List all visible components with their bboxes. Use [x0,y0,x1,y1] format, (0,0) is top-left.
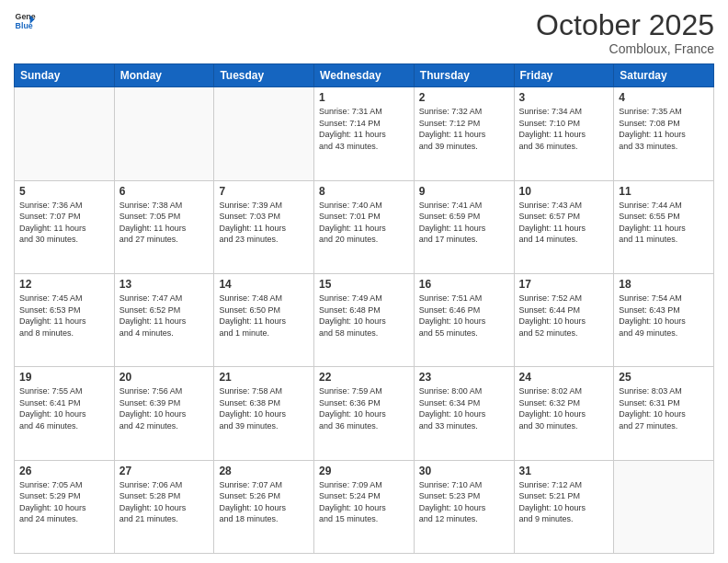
day-number: 29 [319,465,409,477]
col-thursday: Thursday [414,64,514,87]
day-number: 19 [19,371,109,384]
day-info: Sunrise: 8:02 AM Sunset: 6:32 PM Dayligh… [519,385,609,431]
day-info: Sunrise: 7:51 AM Sunset: 6:46 PM Dayligh… [419,293,509,339]
day-info: Sunrise: 7:12 AM Sunset: 5:21 PM Dayligh… [519,479,609,525]
calendar-row: 26Sunrise: 7:05 AM Sunset: 5:29 PM Dayli… [15,460,714,553]
day-number: 26 [19,465,109,477]
table-row [214,87,314,180]
table-row: 6Sunrise: 7:38 AM Sunset: 7:05 PM Daylig… [114,180,214,273]
table-row: 11Sunrise: 7:44 AM Sunset: 6:55 PM Dayli… [614,180,714,273]
day-info: Sunrise: 7:52 AM Sunset: 6:44 PM Dayligh… [519,293,609,339]
day-info: Sunrise: 7:45 AM Sunset: 6:53 PM Dayligh… [19,293,109,339]
table-row: 29Sunrise: 7:09 AM Sunset: 5:24 PM Dayli… [314,460,415,553]
calendar-table: Sunday Monday Tuesday Wednesday Thursday… [14,63,714,554]
table-row: 30Sunrise: 7:10 AM Sunset: 5:23 PM Dayli… [414,460,514,553]
day-number: 23 [419,371,509,384]
table-row [15,87,115,180]
col-monday: Monday [114,64,214,87]
day-number: 28 [219,465,309,477]
table-row: 15Sunrise: 7:49 AM Sunset: 6:48 PM Dayli… [314,273,415,366]
table-row: 13Sunrise: 7:47 AM Sunset: 6:52 PM Dayli… [114,273,214,366]
table-row: 1Sunrise: 7:31 AM Sunset: 7:14 PM Daylig… [314,87,415,180]
page: General Blue October 2025 Combloux, Fran… [0,0,728,563]
day-number: 22 [319,371,409,384]
calendar-row: 1Sunrise: 7:31 AM Sunset: 7:14 PM Daylig… [15,87,714,180]
day-info: Sunrise: 7:34 AM Sunset: 7:10 PM Dayligh… [519,106,609,152]
table-row: 8Sunrise: 7:40 AM Sunset: 7:01 PM Daylig… [314,180,415,273]
calendar-row: 5Sunrise: 7:36 AM Sunset: 7:07 PM Daylig… [15,180,714,273]
title-block: October 2025 Combloux, France [536,9,714,56]
day-info: Sunrise: 7:54 AM Sunset: 6:43 PM Dayligh… [619,293,709,339]
day-number: 6 [119,185,210,198]
day-info: Sunrise: 7:58 AM Sunset: 6:38 PM Dayligh… [219,385,309,431]
table-row: 17Sunrise: 7:52 AM Sunset: 6:44 PM Dayli… [514,273,614,366]
header: General Blue October 2025 Combloux, Fran… [14,9,714,56]
table-row: 25Sunrise: 8:03 AM Sunset: 6:31 PM Dayli… [614,367,714,460]
day-info: Sunrise: 7:49 AM Sunset: 6:48 PM Dayligh… [319,293,409,339]
day-number: 5 [19,185,109,198]
day-info: Sunrise: 7:55 AM Sunset: 6:41 PM Dayligh… [19,385,109,431]
day-number: 4 [619,91,709,104]
table-row: 26Sunrise: 7:05 AM Sunset: 5:29 PM Dayli… [15,460,115,553]
day-info: Sunrise: 7:32 AM Sunset: 7:12 PM Dayligh… [419,106,509,152]
table-row: 20Sunrise: 7:56 AM Sunset: 6:39 PM Dayli… [114,367,214,460]
day-number: 14 [219,278,309,291]
day-info: Sunrise: 7:38 AM Sunset: 7:05 PM Dayligh… [119,200,210,246]
table-row: 19Sunrise: 7:55 AM Sunset: 6:41 PM Dayli… [15,367,115,460]
day-number: 18 [619,278,709,291]
day-info: Sunrise: 7:56 AM Sunset: 6:39 PM Dayligh… [119,385,210,431]
table-row: 27Sunrise: 7:06 AM Sunset: 5:28 PM Dayli… [114,460,214,553]
table-row: 31Sunrise: 7:12 AM Sunset: 5:21 PM Dayli… [514,460,614,553]
day-info: Sunrise: 7:39 AM Sunset: 7:03 PM Dayligh… [219,200,309,246]
day-info: Sunrise: 7:36 AM Sunset: 7:07 PM Dayligh… [19,200,109,246]
day-number: 16 [419,278,509,291]
col-friday: Friday [514,64,614,87]
day-info: Sunrise: 7:40 AM Sunset: 7:01 PM Dayligh… [319,200,409,246]
day-number: 31 [519,465,609,477]
table-row [114,87,214,180]
col-sunday: Sunday [15,64,115,87]
day-number: 8 [319,185,409,198]
day-number: 25 [619,371,709,384]
col-tuesday: Tuesday [214,64,314,87]
day-info: Sunrise: 7:44 AM Sunset: 6:55 PM Dayligh… [619,200,709,246]
location: Combloux, France [536,41,714,56]
calendar-row: 19Sunrise: 7:55 AM Sunset: 6:41 PM Dayli… [15,367,714,460]
day-info: Sunrise: 7:35 AM Sunset: 7:08 PM Dayligh… [619,106,709,152]
day-number: 30 [419,465,509,477]
day-number: 24 [519,371,609,384]
day-info: Sunrise: 7:31 AM Sunset: 7:14 PM Dayligh… [319,106,409,152]
day-number: 9 [419,185,509,198]
day-info: Sunrise: 7:48 AM Sunset: 6:50 PM Dayligh… [219,293,309,339]
day-info: Sunrise: 7:59 AM Sunset: 6:36 PM Dayligh… [319,385,409,431]
day-number: 1 [319,91,409,104]
table-row: 14Sunrise: 7:48 AM Sunset: 6:50 PM Dayli… [214,273,314,366]
table-row: 16Sunrise: 7:51 AM Sunset: 6:46 PM Dayli… [414,273,514,366]
day-number: 7 [219,185,309,198]
month-title: October 2025 [536,9,714,41]
table-row [614,460,714,553]
table-row: 9Sunrise: 7:41 AM Sunset: 6:59 PM Daylig… [414,180,514,273]
col-saturday: Saturday [614,64,714,87]
day-number: 2 [419,91,509,104]
day-info: Sunrise: 7:43 AM Sunset: 6:57 PM Dayligh… [519,200,609,246]
table-row: 24Sunrise: 8:02 AM Sunset: 6:32 PM Dayli… [514,367,614,460]
day-info: Sunrise: 7:47 AM Sunset: 6:52 PM Dayligh… [119,293,210,339]
day-info: Sunrise: 7:07 AM Sunset: 5:26 PM Dayligh… [219,479,309,525]
day-number: 10 [519,185,609,198]
day-number: 21 [219,371,309,384]
logo-icon: General Blue [14,9,36,31]
table-row: 7Sunrise: 7:39 AM Sunset: 7:03 PM Daylig… [214,180,314,273]
day-info: Sunrise: 7:05 AM Sunset: 5:29 PM Dayligh… [19,479,109,525]
day-number: 17 [519,278,609,291]
day-number: 27 [119,465,210,477]
table-row: 2Sunrise: 7:32 AM Sunset: 7:12 PM Daylig… [414,87,514,180]
calendar-header-row: Sunday Monday Tuesday Wednesday Thursday… [15,64,714,87]
table-row: 23Sunrise: 8:00 AM Sunset: 6:34 PM Dayli… [414,367,514,460]
day-info: Sunrise: 7:10 AM Sunset: 5:23 PM Dayligh… [419,479,509,525]
table-row: 4Sunrise: 7:35 AM Sunset: 7:08 PM Daylig… [614,87,714,180]
table-row: 28Sunrise: 7:07 AM Sunset: 5:26 PM Dayli… [214,460,314,553]
day-number: 20 [119,371,210,384]
day-number: 11 [619,185,709,198]
day-number: 13 [119,278,210,291]
